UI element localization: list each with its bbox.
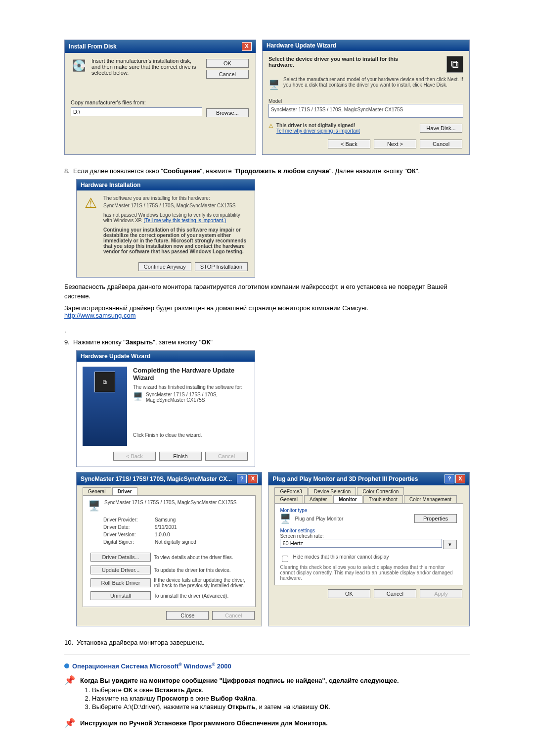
step-10-text: 10. Установка драйвера монитора завершен… xyxy=(64,638,470,648)
ok-button[interactable]: OK xyxy=(328,589,370,598)
tab-monitor[interactable]: Monitor xyxy=(333,495,362,503)
device-name: SyncMaster 171S / 175S / 170S, MagicSync… xyxy=(104,500,236,512)
uninstall-button[interactable]: Uninstall xyxy=(90,591,151,600)
pin-icon: 📌 xyxy=(64,675,75,686)
complete-line1: The wizard has finished installing the s… xyxy=(133,384,249,390)
cancel-button[interactable]: Cancel xyxy=(374,589,416,598)
driver-details-text: To view details about the driver files. xyxy=(153,551,249,563)
step-8-followup-1: Безопасность драйвера данного монитора г… xyxy=(64,283,470,301)
ok-button[interactable]: OK xyxy=(206,59,249,68)
properties-button[interactable]: Properties xyxy=(414,514,457,523)
help-icon[interactable]: ? xyxy=(237,474,247,483)
help-icon[interactable]: ? xyxy=(445,474,454,483)
device-name: SyncMaster 171S / 175S / 170S, MagicSync… xyxy=(103,203,249,208)
close-icon[interactable]: X xyxy=(242,42,252,51)
tab-color-correction[interactable]: Color Correction xyxy=(357,487,404,495)
unsigned-warning: This driver is not digitally signed! xyxy=(276,123,360,128)
bullet-icon xyxy=(64,663,69,668)
monitor-icon: 🖥️ xyxy=(268,77,279,93)
install-from-disk-dialog: Install From Disk X 💽 Insert the manufac… xyxy=(64,40,256,155)
install-instruction: Insert the manufacturer's installation d… xyxy=(91,58,200,76)
disk-icon: 💽 xyxy=(71,58,87,74)
complete-device: SyncMaster 171S / 175S / 170S, MagicSync… xyxy=(146,392,249,403)
tab-troubleshoot[interactable]: Troubleshoot xyxy=(363,495,403,503)
path-input[interactable] xyxy=(71,107,202,116)
next-button[interactable]: Next > xyxy=(374,140,416,148)
uninstall-text: To uninstall the driver (Advanced). xyxy=(153,590,249,602)
step-8-followup-2: Зарегистрированный драйвер будет размеще… xyxy=(64,304,470,312)
tab-geforce3[interactable]: GeForce3 xyxy=(274,487,307,495)
tab-color-management[interactable]: Color Management xyxy=(404,495,457,503)
wizard-heading: Select the device driver you want to ins… xyxy=(268,56,424,68)
close-icon[interactable]: X xyxy=(248,474,258,483)
list-item: Нажмите на клавишу Просмотр в окне Выбор… xyxy=(92,695,470,702)
tab-adapter[interactable]: Adapter xyxy=(304,495,332,503)
win2000-sub1: Когда Вы увидите на мониторе сообщение "… xyxy=(80,677,470,684)
pnp-monitor-properties-dialog: Plug and Play Monitor and 3D Prophet III… xyxy=(268,472,470,626)
continue-anyway-button[interactable]: Continue Anyway xyxy=(138,262,191,271)
list-item: Выберите A:\(D:\driver), нажмите на клав… xyxy=(92,703,470,710)
close-icon[interactable]: X xyxy=(455,474,465,483)
finish-button[interactable]: Finish xyxy=(159,452,202,461)
hide-modes-label: Hide modes that this monitor cannot disp… xyxy=(293,554,389,560)
monitor-icon: 🖥️ xyxy=(133,392,143,403)
back-button: < Back xyxy=(113,452,156,461)
monitor-type-label: Monitor type xyxy=(280,508,458,513)
back-button[interactable]: < Back xyxy=(328,140,370,148)
cancel-button: Cancel xyxy=(205,452,248,461)
apply-button: Apply xyxy=(420,589,462,598)
have-disk-button[interactable]: Have Disk... xyxy=(420,124,462,133)
update-driver-button[interactable]: Update Driver... xyxy=(90,566,151,574)
refresh-select[interactable] xyxy=(280,539,442,548)
dialog-title: Hardware Update Wizard xyxy=(267,42,336,49)
monitor-settings-label: Monitor settings xyxy=(280,528,458,533)
hardware-installation-dialog: Hardware Installation ⚠ The software you… xyxy=(76,179,255,278)
samsung-link[interactable]: http://www.samsung.com xyxy=(64,312,136,319)
win2000-sub2: Инструкция по Ручной Установке Программн… xyxy=(80,719,328,727)
version-label: Driver Version: xyxy=(103,531,153,538)
hide-modes-hint: Clearing this check box allows you to se… xyxy=(280,565,458,581)
hide-modes-checkbox[interactable] xyxy=(282,556,288,562)
warning-icon: ⚠ xyxy=(268,123,273,134)
update-driver-text: To update the driver for this device. xyxy=(153,564,249,576)
tab-general[interactable]: General xyxy=(274,495,303,503)
logo-test-link[interactable]: (Tell me why this testing is important.) xyxy=(144,218,226,223)
close-button[interactable]: Close xyxy=(166,611,209,620)
model-list[interactable]: SyncMaster 171S / 175S / 170S, MagicSync… xyxy=(268,104,463,118)
model-item: SyncMaster 171S / 175S / 170S, MagicSync… xyxy=(271,107,403,112)
list-item: Выберите ОК в окне Вставить Диск. xyxy=(92,686,470,694)
provider-label: Driver Provider: xyxy=(103,517,153,523)
complete-heading: Completing the Hardware Update Wizard xyxy=(133,367,249,381)
tab-general[interactable]: General xyxy=(83,487,111,495)
browse-button[interactable]: Browse... xyxy=(206,108,249,117)
cancel-button[interactable]: Cancel xyxy=(420,140,462,148)
version-value: 1.0.0.0 xyxy=(154,531,197,538)
stop-installation-button[interactable]: STOP Installation xyxy=(195,262,248,271)
chevron-down-icon[interactable]: ▾ xyxy=(443,540,457,549)
refresh-label: Screen refresh rate: xyxy=(280,533,458,539)
rollback-driver-text: If the device fails after updating the d… xyxy=(153,577,249,589)
dialog-title: Install From Disk xyxy=(69,43,117,50)
section-win2000-heading: Операционная Система Microsoft® Windows®… xyxy=(64,662,470,670)
monitor-icon: 🖥️ xyxy=(88,500,100,512)
cancel-button: Cancel xyxy=(212,611,255,620)
cancel-button[interactable]: Cancel xyxy=(206,70,249,79)
driver-details-button[interactable]: Driver Details... xyxy=(90,553,151,562)
wizard-text: Select the manufacturer and model of you… xyxy=(283,77,463,93)
hardware-update-wizard-select-dialog: Hardware Update Wizard Select the device… xyxy=(262,40,470,155)
dialog-title: Plug and Play Monitor and 3D Prophet III… xyxy=(272,475,418,482)
date-value: 9/11/2001 xyxy=(154,524,197,530)
signing-info-link[interactable]: Tell me why driver signing is important xyxy=(276,128,360,134)
signer-label: Digital Signer: xyxy=(103,539,153,545)
strong-warning: Continuing your installation of this sof… xyxy=(103,227,249,254)
monitor-icon: 🖥️ xyxy=(280,513,291,524)
step-9-text: 9. Нажмите кнопку "Закрыть", затем кнопк… xyxy=(64,338,470,347)
rollback-driver-button[interactable]: Roll Back Driver xyxy=(90,578,151,587)
copy-from-label: Copy manufacturer's files from: xyxy=(71,99,250,105)
pin-icon: 📌 xyxy=(64,717,75,728)
hardware-update-wizard-complete-dialog: Hardware Update Wizard ⧉ Completing the … xyxy=(76,350,255,467)
installing-line: The software you are installing for this… xyxy=(103,195,249,201)
tab-driver[interactable]: Driver xyxy=(112,487,137,495)
tab-device-selection[interactable]: Device Selection xyxy=(309,487,356,495)
wizard-art-icon: ⧉ xyxy=(94,372,115,392)
